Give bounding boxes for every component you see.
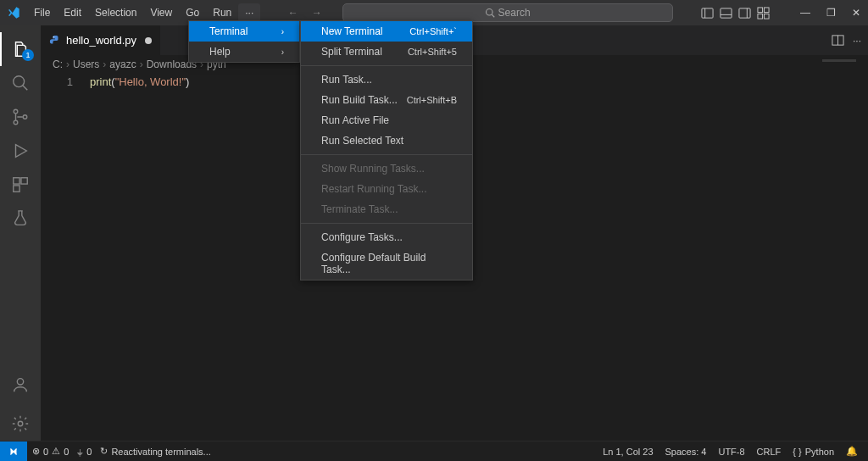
menubar: File Edit Selection View Go Run ··· — [27, 3, 260, 22]
menu-run[interactable]: Run — [206, 3, 238, 22]
menu-file[interactable]: File — [27, 3, 57, 22]
window-restore-icon[interactable]: ❐ — [826, 7, 836, 19]
svg-point-16 — [23, 115, 27, 119]
nav-forward-icon[interactable]: → — [312, 7, 322, 19]
status-problems[interactable]: ⊗0 ⚠0 — [32, 446, 69, 457]
python-file-icon — [49, 35, 61, 47]
status-eol[interactable]: CRLF — [757, 447, 782, 457]
activity-bar: 1 — [0, 25, 41, 441]
braces-icon: { } — [793, 447, 801, 457]
menu-label: New Terminal — [321, 25, 382, 37]
svg-point-20 — [17, 379, 23, 385]
svg-rect-2 — [701, 8, 712, 17]
sync-icon: ↻ — [100, 446, 108, 457]
menu-label: Terminal — [209, 25, 248, 37]
menu-label: Configure Default Build Task... — [321, 252, 457, 275]
svg-rect-18 — [21, 178, 27, 184]
svg-rect-9 — [764, 7, 769, 12]
menu-shortcut: Ctrl+Shift+B — [407, 95, 457, 105]
chevron-right-icon: › — [281, 47, 284, 57]
chevron-right-icon: › — [281, 27, 284, 36]
menu-terminate-task: Terminate Task... — [301, 199, 472, 219]
line-number: 1 — [41, 75, 90, 88]
menu-go[interactable]: Go — [179, 3, 206, 22]
status-cursor[interactable]: Ln 1, Col 23 — [603, 447, 653, 457]
window-close-icon[interactable]: ✕ — [851, 7, 861, 19]
split-editor-icon[interactable] — [832, 34, 844, 47]
menu-label: Run Task... — [321, 74, 372, 86]
menu-label: Configure Tasks... — [321, 231, 403, 243]
menu-label: Restart Running Task... — [321, 183, 427, 195]
overflow-terminal[interactable]: Terminal › — [189, 21, 299, 42]
toggle-panel-icon[interactable] — [719, 7, 732, 19]
activity-search[interactable] — [0, 66, 41, 100]
activity-settings[interactable] — [0, 407, 41, 441]
status-language[interactable]: { }Python — [793, 447, 834, 457]
toggle-primary-sidebar-icon[interactable] — [700, 7, 714, 19]
tab-hello-world[interactable]: hello_world.py — [41, 25, 160, 55]
menu-view[interactable]: View — [143, 3, 179, 22]
terminal-menu: New Terminal Ctrl+Shift+` Split Terminal… — [300, 20, 473, 280]
menu-label: Show Running Tasks... — [321, 163, 425, 175]
status-encoding[interactable]: UTF-8 — [718, 447, 744, 457]
svg-rect-11 — [764, 14, 769, 19]
svg-rect-4 — [720, 8, 731, 17]
svg-point-0 — [486, 9, 492, 16]
activity-source-control[interactable] — [0, 100, 41, 134]
activity-run-debug[interactable] — [0, 134, 41, 168]
overflow-help[interactable]: Help › — [189, 42, 299, 62]
search-placeholder: Search — [498, 7, 531, 19]
menu-show-running-tasks: Show Running Tasks... — [301, 158, 472, 179]
window-minimize-icon[interactable]: — — [800, 7, 810, 19]
code-content: print("Hello, World!") — [90, 75, 189, 88]
svg-rect-6 — [738, 8, 749, 17]
dirty-indicator-icon — [145, 37, 152, 44]
more-actions-icon[interactable]: ··· — [853, 35, 861, 47]
menu-selection[interactable]: Selection — [88, 3, 143, 22]
search-icon — [485, 8, 495, 18]
activity-testing[interactable] — [0, 202, 41, 236]
menu-label: Terminate Task... — [321, 203, 398, 215]
svg-line-13 — [23, 86, 28, 91]
svg-rect-8 — [757, 7, 762, 12]
activity-accounts[interactable] — [0, 368, 41, 402]
status-ports[interactable]: ⏚0 — [77, 447, 92, 457]
menu-label: Run Selected Text — [321, 135, 403, 147]
crumb-drive[interactable]: C: — [53, 58, 63, 70]
customize-layout-icon[interactable] — [756, 7, 770, 19]
overflow-menu: Terminal › Help › — [188, 20, 300, 63]
activity-extensions[interactable] — [0, 168, 41, 202]
status-notifications-icon[interactable]: 🔔 — [846, 446, 858, 457]
warning-icon: ⚠ — [52, 446, 60, 457]
error-icon: ⊗ — [32, 446, 40, 457]
menu-run-selected-text[interactable]: Run Selected Text — [301, 131, 472, 151]
svg-rect-17 — [14, 178, 19, 184]
menu-run-active-file[interactable]: Run Active File — [301, 110, 472, 131]
svg-point-15 — [14, 120, 18, 125]
menu-run-task[interactable]: Run Task... — [301, 69, 472, 90]
menu-shortcut: Ctrl+Shift+` — [409, 26, 457, 36]
menu-configure-default-build-task[interactable]: Configure Default Build Task... — [301, 247, 472, 280]
remote-indicator-icon[interactable] — [0, 442, 27, 462]
minimap[interactable] — [822, 59, 856, 62]
crumb-users[interactable]: Users — [73, 58, 99, 70]
status-activity[interactable]: ↻Reactivating terminals... — [100, 446, 210, 457]
explorer-badge: 1 — [22, 49, 34, 61]
activity-explorer[interactable]: 1 — [0, 32, 41, 66]
command-center-search[interactable]: Search — [342, 3, 673, 22]
nav-back-icon[interactable]: ← — [288, 7, 298, 19]
menu-shortcut: Ctrl+Shift+5 — [408, 47, 457, 57]
toggle-secondary-sidebar-icon[interactable] — [737, 7, 751, 19]
tab-label: hello_world.py — [66, 34, 136, 47]
menu-run-build-task[interactable]: Run Build Task... Ctrl+Shift+B — [301, 90, 472, 110]
menu-edit[interactable]: Edit — [57, 3, 88, 22]
menu-overflow-icon[interactable]: ··· — [238, 3, 260, 22]
crumb-user[interactable]: ayazc — [109, 58, 136, 70]
status-indent[interactable]: Spaces: 4 — [665, 447, 707, 457]
menu-new-terminal[interactable]: New Terminal Ctrl+Shift+` — [301, 21, 472, 42]
menu-label: Run Active File — [321, 114, 389, 126]
menu-split-terminal[interactable]: Split Terminal Ctrl+Shift+5 — [301, 42, 472, 62]
svg-point-21 — [18, 421, 23, 426]
vscode-logo-icon — [7, 6, 20, 19]
menu-configure-tasks[interactable]: Configure Tasks... — [301, 227, 472, 247]
